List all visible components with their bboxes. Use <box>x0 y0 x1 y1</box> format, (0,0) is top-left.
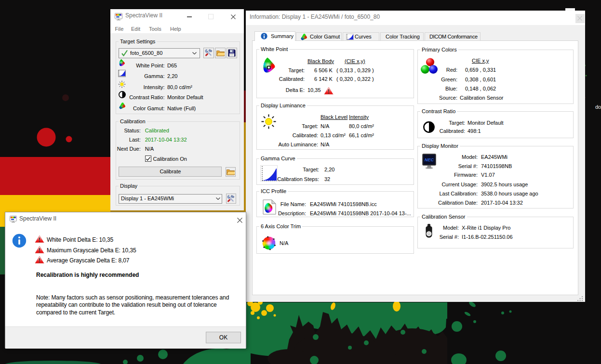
svg-text:NEC: NEC <box>425 157 434 162</box>
